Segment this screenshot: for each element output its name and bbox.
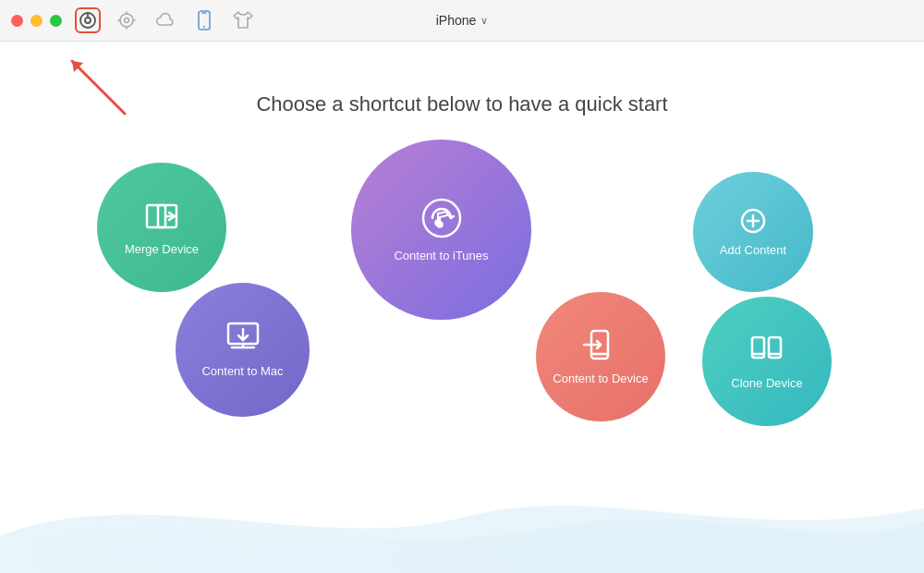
- content-to-mac-button[interactable]: Content to Mac: [176, 283, 310, 417]
- svg-rect-14: [147, 205, 165, 227]
- svg-point-4: [125, 18, 129, 23]
- merge-device-button[interactable]: Merge Device: [97, 163, 226, 292]
- svg-point-19: [437, 223, 442, 227]
- shirt-icon[interactable]: [230, 7, 256, 33]
- add-content-button[interactable]: Add Content: [693, 172, 813, 292]
- iphone-toolbar-icon[interactable]: [191, 7, 217, 33]
- merge-device-label: Merge Device: [125, 242, 199, 258]
- content-to-device-button[interactable]: Content to Device: [536, 292, 665, 421]
- settings-icon[interactable]: [114, 7, 140, 33]
- svg-point-17: [423, 200, 460, 237]
- shortcuts-area: Merge Device Content to iTunes: [46, 135, 878, 486]
- device-name: iPhone: [436, 13, 477, 28]
- music-icon[interactable]: [75, 7, 101, 33]
- close-button[interactable]: [11, 15, 23, 27]
- traffic-lights: [11, 15, 62, 27]
- main-content: Choose a shortcut below to have a quick …: [0, 42, 924, 573]
- clone-device-label: Clone Device: [731, 376, 802, 392]
- content-to-mac-label: Content to Mac: [201, 364, 283, 380]
- content-to-device-label: Content to Device: [553, 372, 648, 387]
- page-subtitle: Choose a shortcut below to have a quick …: [256, 92, 667, 116]
- cloud-icon[interactable]: [152, 7, 178, 33]
- clone-device-button[interactable]: Clone Device: [702, 297, 832, 426]
- maximize-button[interactable]: [50, 15, 62, 27]
- wave-decoration: [0, 462, 924, 573]
- content-to-itunes-button[interactable]: Content to iTunes: [351, 140, 531, 320]
- minimize-button[interactable]: [30, 15, 43, 27]
- content-to-itunes-label: Content to iTunes: [394, 249, 488, 264]
- device-title[interactable]: iPhone ∨: [436, 13, 489, 28]
- svg-point-3: [120, 14, 133, 27]
- chevron-down-icon: ∨: [480, 15, 488, 27]
- add-content-label: Add Content: [720, 243, 786, 259]
- toolbar-icons: [75, 7, 256, 33]
- titlebar: iPhone ∨: [0, 0, 924, 42]
